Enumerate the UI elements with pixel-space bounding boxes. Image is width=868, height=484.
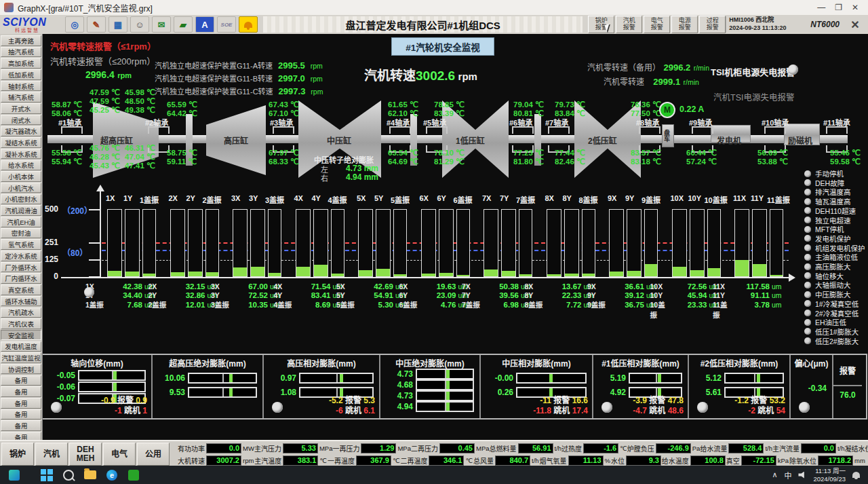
sidebar-item-11[interactable]: 给水系统 (1, 160, 41, 171)
vib-bar-fill-7盖振 (519, 274, 532, 276)
hp-rel-expansion-alarm-high: 5.3 (363, 396, 375, 405)
vib-header-1盖振: 1盖振 (140, 194, 159, 205)
vib-value-label-5盖振: 5盖振 (336, 299, 358, 310)
tab-electrical[interactable]: 电气 (103, 443, 136, 466)
lp1-rel-expansion-alarm-label: 报警 (649, 396, 667, 405)
toolbar-close-icon[interactable]: ✕ (846, 17, 864, 32)
sidebar-item-8[interactable]: 凝汽器疏水 (1, 126, 41, 137)
turbine-alarm-button[interactable]: 汽机报警 (616, 16, 642, 33)
tab-boiler[interactable]: 锅炉 (1, 443, 34, 466)
connect-icon[interactable]: ◎ (65, 16, 84, 33)
sidebar-item-20[interactable]: 厂外循环水 (1, 262, 41, 273)
monitor-icon[interactable]: ▦ (108, 16, 127, 33)
close-button[interactable]: ✕ (852, 3, 859, 12)
status-field-row2-9: 除氧水位1718.2mm (789, 455, 865, 466)
operator-icon[interactable]: ☺ (130, 16, 149, 33)
volume-icon[interactable] (798, 472, 806, 479)
search-icon[interactable] (61, 468, 76, 482)
input-language-indicator[interactable]: 中 (784, 470, 791, 481)
sidebar-item-21[interactable]: 厂内循环水 (1, 273, 41, 284)
vib-value-3盖振: 10.35 (233, 301, 268, 309)
bearing-2-top-temp-1: 64.42 ℃ (167, 109, 197, 118)
sidebar-item-23[interactable]: 循环水辅助 (1, 296, 41, 307)
tab-turbine[interactable]: 汽机 (35, 443, 68, 466)
vib-bar-fill-6盖振 (457, 275, 469, 276)
sidebar-item-16[interactable]: 汽机EH油 (1, 217, 41, 227)
sidebar-item-17[interactable]: 密封油 (1, 228, 41, 239)
sidebar-item-15[interactable]: 汽机润滑油 (1, 205, 41, 216)
sidebar-item-14[interactable]: 小机密封水 (1, 194, 41, 205)
sidebar-item-6[interactable]: 开式水 (1, 103, 41, 114)
uhp-bottom-temp-1-0: 46.31 ℃ (125, 144, 155, 153)
sidebar-item-31[interactable]: 备用 (1, 386, 41, 397)
sidebar-item-27[interactable]: 发电机温度 (1, 341, 41, 352)
file-explorer-icon[interactable] (83, 468, 98, 482)
vib-bar-fill-1盖振 (143, 274, 155, 276)
bearing-6-top-temp-0: 79.04 ℃ (513, 100, 544, 109)
vib-bar-3Y (250, 209, 265, 277)
alarm-bell-icon[interactable] (239, 16, 258, 33)
sidebar-item-0[interactable]: 主再旁路 (1, 35, 41, 46)
send-icon[interactable]: ✉ (152, 16, 171, 33)
vib-value-10盖振: 23.33 (672, 301, 707, 309)
sidebar-item-5[interactable]: 辅汽系统 (1, 92, 41, 103)
edge-icon[interactable]: e (104, 468, 119, 482)
vib-tickmark-251 (89, 242, 100, 244)
trend-icon[interactable]: ▰ (174, 16, 193, 33)
sidebar-item-33[interactable]: 备用 (1, 409, 41, 420)
sidebar-item-12[interactable]: 小机本体 (1, 171, 41, 182)
font-icon[interactable]: A (195, 16, 214, 33)
sidebar-item-22[interactable]: 真空系统 (1, 284, 41, 295)
taskbar-clock[interactable]: 11:13 周一 2024/09/23 (813, 467, 846, 483)
bearing-3-bottom-temp-1: 68.33 ℃ (269, 157, 299, 166)
vib-bar-1盖振 (142, 209, 156, 277)
sidebar-item-18[interactable]: 氢气系统 (1, 239, 41, 250)
maximize-button[interactable]: ❐ (835, 3, 842, 12)
electrical-alarm-button[interactable]: 电气报警 (644, 16, 670, 33)
sidebar-item-28[interactable]: 汽缸温度监视 (1, 352, 41, 363)
uhp-top-temp-1-2: 49.38 ℃ (125, 106, 155, 115)
hp-cylinder-label: 高压缸 (224, 134, 248, 146)
sidebar-item-19[interactable]: 定冷水系统 (1, 250, 41, 261)
sidebar-item-1[interactable]: 抽汽系统 (1, 47, 41, 58)
bearing-3-top-temp-1: 67.10 ℃ (269, 109, 299, 118)
sidebar-item-34[interactable]: 备用 (1, 420, 41, 431)
status-value-row1-2: 1.29 (361, 443, 396, 453)
notification-bell-icon[interactable] (852, 472, 860, 478)
sidebar-item-30[interactable]: 备用 (1, 375, 41, 386)
sidebar-item-3[interactable]: 低加系统 (1, 69, 41, 80)
sidebar-item-24[interactable]: 汽机疏水 (1, 308, 41, 318)
bearing-5-bottom-temp-0: 78.10 ℃ (434, 149, 465, 157)
sidebar-item-25[interactable]: 汽机仪表 (1, 318, 41, 329)
vib-value-label-2Y: 2Y (149, 291, 170, 299)
sidebar-item-7[interactable]: 闭式水 (1, 115, 41, 126)
process-alarm-button[interactable]: 过程报警 (699, 16, 726, 33)
sidebar-item-2[interactable]: 高加系统 (1, 58, 41, 69)
status-value-row2-7: 100.8 (690, 455, 726, 466)
screen: GraphX-[gra/#10T_汽机安全监视.grx] — ❐ ✕ SCIYO… (0, 0, 868, 484)
tray-chevron-icon[interactable]: ∧ (772, 470, 777, 479)
tab-deh-meh[interactable]: DEHMEH (69, 443, 102, 466)
vib-bar-7X (484, 209, 498, 277)
minimize-button[interactable]: — (817, 3, 825, 12)
sidebar-item-13[interactable]: 小机汽水 (1, 183, 41, 193)
vib-value-label-11盖振: 11盖振 (713, 299, 734, 320)
sidebar: 主再旁路抽汽系统高加系统低加系统轴封系统辅汽系统开式水闭式水凝汽器疏水凝结水系统… (0, 34, 42, 441)
vib-header-5Y: 5Y (374, 194, 383, 202)
sidebar-item-10[interactable]: 凝补水系统 (1, 149, 41, 160)
sidebar-item-29[interactable]: 协调控制 (1, 364, 41, 375)
power-alarm-button[interactable]: 电源报警 (671, 16, 698, 33)
print-icon[interactable]: ✎ (87, 16, 106, 33)
sidebar-item-4[interactable]: 轴封系统 (1, 81, 41, 92)
start-icon[interactable] (39, 468, 54, 482)
vib-bar-fill-5X (359, 270, 372, 276)
sidebar-item-26[interactable]: 安全监视 (1, 330, 41, 341)
graphx-taskbar-icon[interactable] (126, 468, 141, 482)
sidebar-item-32[interactable]: 备用 (1, 398, 41, 409)
soe-icon[interactable]: SOE (217, 16, 236, 33)
weather-icon[interactable] (7, 468, 22, 482)
hp-rel-expansion-trip-label: 跳机 (345, 406, 363, 415)
sidebar-item-9[interactable]: 凝结水系统 (1, 137, 41, 148)
hmi-date: 2024-09-23 (729, 24, 760, 31)
tab-common[interactable]: 公用 (137, 443, 170, 466)
